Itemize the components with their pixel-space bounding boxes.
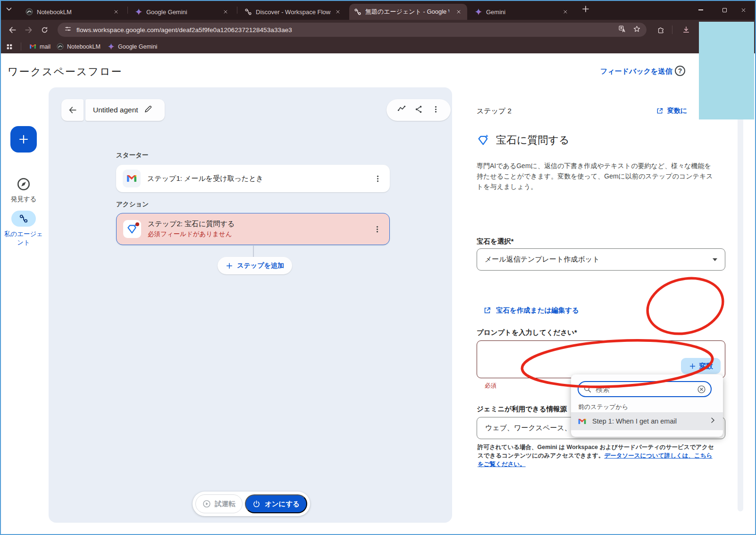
step2-error-text: 必須フィールドがありません <box>148 230 235 238</box>
apps-grid-icon[interactable] <box>6 42 13 51</box>
add-variable-chip[interactable]: 変数 <box>681 358 721 374</box>
reload-icon[interactable] <box>38 23 51 36</box>
tab-google-gemini[interactable]: Google Gemini <box>130 4 234 20</box>
site-settings-icon[interactable] <box>64 25 72 34</box>
tab-title: Google Gemini <box>146 8 187 16</box>
url-bar[interactable]: flows.workspace.google.com/agent/deaf2a5… <box>58 23 647 37</box>
tab-discover-flows[interactable]: Discover - Workspace Flows <box>240 4 346 20</box>
window-maximize-button[interactable] <box>717 5 731 15</box>
more-options-icon[interactable] <box>431 105 440 116</box>
bookmark-star-icon[interactable] <box>633 25 641 35</box>
bookmark-google-gemini[interactable]: Google Gemini <box>108 42 157 51</box>
error-dot <box>135 222 139 226</box>
tab-close-icon[interactable] <box>562 8 569 16</box>
step1-variable-item[interactable]: Step 1: When I get an email <box>571 412 723 430</box>
bookmark-notebooklm[interactable]: NotebookLM <box>57 42 101 51</box>
tab-close-icon[interactable] <box>112 8 120 16</box>
variable-search-input[interactable] <box>596 385 693 393</box>
downloads-icon[interactable] <box>680 23 693 36</box>
forward-icon[interactable] <box>22 23 35 36</box>
tab-title: 無題のエージェント - Google Work <box>365 8 449 16</box>
send-feedback-link[interactable]: フィードバックを送信 <box>600 67 672 76</box>
new-tab-button[interactable] <box>581 5 590 15</box>
back-button[interactable] <box>61 99 84 121</box>
tab-untitled-agent-active[interactable]: 無題のエージェント - Google Work <box>349 4 467 20</box>
test-run-label: 試運転 <box>215 500 235 509</box>
share-icon[interactable] <box>414 105 423 116</box>
step2-title: ステップ2: 宝石に質問する <box>148 220 235 229</box>
sidebar-item-discover[interactable]: 発見する <box>0 177 47 204</box>
turn-on-button[interactable]: オンにする <box>245 494 307 513</box>
tab-separator <box>127 7 128 14</box>
tab-close-icon[interactable] <box>222 8 229 16</box>
panel-description: 専門AIであるGemに、返信の下書き作成やテキストの要約など、様々な機能を持たせ… <box>477 161 717 192</box>
tab-gemini[interactable]: Gemini <box>470 4 574 20</box>
tab-search-icon[interactable] <box>5 5 16 15</box>
variable-picker-dropdown: 前のステップから Step 1: When I get an email <box>571 374 723 437</box>
window-minimize-button[interactable] <box>694 5 708 15</box>
step2-menu-icon[interactable] <box>371 225 383 234</box>
gemini-icon <box>108 43 115 50</box>
activity-icon[interactable] <box>397 104 406 116</box>
required-text: 必須 <box>485 382 496 390</box>
plus-icon <box>689 363 696 370</box>
gem-icon <box>477 134 490 147</box>
translate-icon[interactable] <box>618 25 626 35</box>
gmail-icon <box>578 417 587 426</box>
sidebar-item-label: 発見する <box>0 195 47 204</box>
redaction-overlay <box>699 22 754 119</box>
step2-card[interactable]: ステップ2: 宝石に質問する 必須フィールドがありません <box>116 213 390 245</box>
gem-select[interactable]: メール返信テンプレート作成ボット <box>477 248 725 271</box>
sidebar-item-label: 私のエージェント <box>4 230 43 247</box>
create-agent-button[interactable] <box>10 126 37 153</box>
variable-search-field[interactable] <box>578 381 712 397</box>
power-icon <box>252 500 260 508</box>
canvas-toolbar <box>386 99 451 121</box>
workspace-flows-page: ワークスペースフロー フィードバックを送信 ? 発見する 私のエージェント Un… <box>0 53 756 535</box>
extensions-icon[interactable] <box>654 23 667 36</box>
notebooklm-icon <box>25 8 33 16</box>
tab-close-icon[interactable] <box>335 8 342 16</box>
window-close-button[interactable] <box>736 5 750 15</box>
page-title: ワークスペースフロー <box>8 65 123 79</box>
bookmarks-divider <box>21 42 21 51</box>
test-run-button[interactable]: 試運転 <box>195 494 243 513</box>
gmail-icon <box>123 170 141 187</box>
gem-edit-link-label: 宝石を作成または編集する <box>496 306 579 315</box>
sidebar-item-my-agents[interactable]: 私のエージェント <box>0 211 47 247</box>
panel-heading: 宝石に質問する <box>477 133 570 147</box>
prompt-label: プロンプトを入力してください* <box>477 328 577 337</box>
agent-name-field[interactable]: Untitled agent <box>85 99 165 121</box>
browser-toolbar: flows.workspace.google.com/agent/deaf2a5… <box>0 20 756 40</box>
action-section-label: アクション <box>116 200 149 209</box>
step1-variable-label: Step 1: When I get an email <box>592 417 677 425</box>
gem-select-label: 宝石を選択* <box>477 237 513 246</box>
help-icon[interactable]: ? <box>675 66 685 76</box>
back-icon[interactable] <box>6 23 19 36</box>
plus-icon <box>226 262 233 270</box>
gem-edit-link[interactable]: 宝石を作成または編集する <box>483 306 579 315</box>
add-variable-label: 変数 <box>699 362 713 371</box>
clear-search-icon[interactable] <box>697 385 706 394</box>
starter-section-label: スターター <box>116 151 148 160</box>
flows-icon <box>11 211 36 227</box>
agent-name: Untitled agent <box>93 106 138 114</box>
add-step-button[interactable]: ステップを追加 <box>218 257 292 274</box>
tab-close-icon[interactable] <box>455 8 462 16</box>
tab-notebooklm[interactable]: NotebookLM <box>21 4 125 20</box>
flows-icon <box>354 8 361 16</box>
tab-title: Discover - Workspace Flows <box>256 8 331 16</box>
run-controls: 試運転 オンにする <box>193 492 310 516</box>
sources-label: ジェミニが利用できる情報源 <box>477 405 567 414</box>
play-circle-icon <box>202 500 211 508</box>
browser-tab-strip: NotebookLM Google Gemini Discover - Work… <box>0 0 756 20</box>
flow-canvas: Untitled agent スターター ステップ1: メールを受け取ったとき … <box>49 87 452 523</box>
step1-card[interactable]: ステップ1: メールを受け取ったとき <box>116 165 390 192</box>
bookmark-mail[interactable]: mail <box>29 42 50 51</box>
previous-steps-section-label: 前のステップから <box>578 403 628 411</box>
step1-title: ステップ1: メールを受け取ったとき <box>147 174 263 183</box>
step1-menu-icon[interactable] <box>372 174 383 183</box>
variables-help-link[interactable]: 変数に <box>656 107 687 115</box>
panel-scrollbar[interactable] <box>738 94 743 511</box>
edit-pencil-icon[interactable] <box>144 105 152 115</box>
